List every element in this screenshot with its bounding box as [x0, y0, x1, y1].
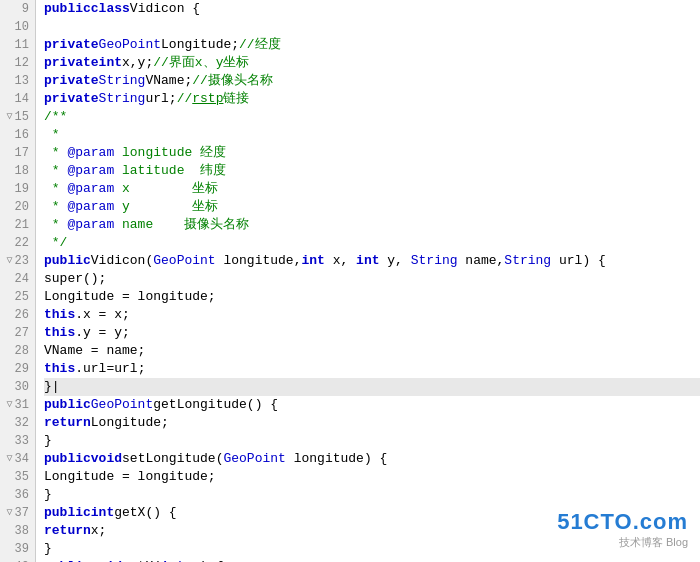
code-line-24: super();: [44, 270, 700, 288]
line-number-22: 22: [6, 234, 29, 252]
code-line-20: * @param y 坐标: [44, 198, 700, 216]
line-number-29: 29: [6, 360, 29, 378]
line-number-40: ▽40: [6, 558, 29, 562]
code-line-23: public Vidicon(GeoPoint longitude,int x,…: [44, 252, 700, 270]
line-number-34: ▽34: [6, 450, 29, 468]
code-line-33: }: [44, 432, 700, 450]
fold-icon-34[interactable]: ▽: [7, 450, 13, 468]
line-number-17: 17: [6, 144, 29, 162]
fold-icon-15[interactable]: ▽: [7, 108, 13, 126]
line-number-28: 28: [6, 342, 29, 360]
line-number-12: 12: [6, 54, 29, 72]
code-line-35: Longitude = longitude;: [44, 468, 700, 486]
code-line-15: /**: [44, 108, 700, 126]
fold-icon-23[interactable]: ▽: [7, 252, 13, 270]
fold-icon-37[interactable]: ▽: [7, 504, 13, 522]
line-number-18: 18: [6, 162, 29, 180]
code-line-17: * @param longitude 经度: [44, 144, 700, 162]
line-number-31: ▽31: [6, 396, 29, 414]
line-number-16: 16: [6, 126, 29, 144]
code-line-19: * @param x 坐标: [44, 180, 700, 198]
line-number-20: 20: [6, 198, 29, 216]
line-number-10: 10: [6, 18, 29, 36]
code-line-36: }: [44, 486, 700, 504]
code-line-28: VName = name;: [44, 342, 700, 360]
code-line-9: public class Vidicon {: [44, 0, 700, 18]
line-number-25: 25: [6, 288, 29, 306]
code-line-26: this.x = x;: [44, 306, 700, 324]
code-line-18: * @param latitude 纬度: [44, 162, 700, 180]
line-number-35: 35: [6, 468, 29, 486]
code-line-30: }|: [44, 378, 700, 396]
code-line-34: public void setLongitude(GeoPoint longit…: [44, 450, 700, 468]
watermark-tagline: 技术博客 Blog: [557, 535, 688, 550]
code-container: 91011121314▽1516171819202122▽23242526272…: [0, 0, 700, 562]
watermark: 51CTO.com 技术博客 Blog: [557, 509, 688, 550]
watermark-logo: 51CTO.com: [557, 509, 688, 535]
line-number-33: 33: [6, 432, 29, 450]
line-number-36: 36: [6, 486, 29, 504]
line-number-19: 19: [6, 180, 29, 198]
code-line-16: *: [44, 126, 700, 144]
code-line-31: public GeoPoint getLongitude() {: [44, 396, 700, 414]
line-number-38: 38: [6, 522, 29, 540]
fold-icon-31[interactable]: ▽: [7, 396, 13, 414]
line-numbers: 91011121314▽1516171819202122▽23242526272…: [0, 0, 36, 562]
line-number-14: 14: [6, 90, 29, 108]
code-line-14: private String url;//rstp链接: [44, 90, 700, 108]
code-line-25: Longitude = longitude;: [44, 288, 700, 306]
code-line-21: * @param name 摄像头名称: [44, 216, 700, 234]
code-line-29: this.url=url;: [44, 360, 700, 378]
line-number-23: ▽23: [6, 252, 29, 270]
code-line-22: */: [44, 234, 700, 252]
line-number-27: 27: [6, 324, 29, 342]
line-number-11: 11: [6, 36, 29, 54]
code-line-10: [44, 18, 700, 36]
line-number-39: 39: [6, 540, 29, 558]
line-number-32: 32: [6, 414, 29, 432]
line-number-26: 26: [6, 306, 29, 324]
line-number-30: 30: [6, 378, 29, 396]
line-number-24: 24: [6, 270, 29, 288]
code-area: public class Vidicon { private GeoPoint …: [36, 0, 700, 562]
code-line-32: return Longitude;: [44, 414, 700, 432]
line-number-37: ▽37: [6, 504, 29, 522]
code-line-12: private int x,y;//界面x、y坐标: [44, 54, 700, 72]
code-line-40: public void setX(int x) {: [44, 558, 700, 562]
code-line-27: this.y = y;: [44, 324, 700, 342]
line-number-9: 9: [6, 0, 29, 18]
line-number-15: ▽15: [6, 108, 29, 126]
code-line-13: private String VName;//摄像头名称: [44, 72, 700, 90]
fold-icon-40[interactable]: ▽: [7, 558, 13, 562]
line-number-21: 21: [6, 216, 29, 234]
code-line-11: private GeoPoint Longitude;//经度: [44, 36, 700, 54]
line-number-13: 13: [6, 72, 29, 90]
